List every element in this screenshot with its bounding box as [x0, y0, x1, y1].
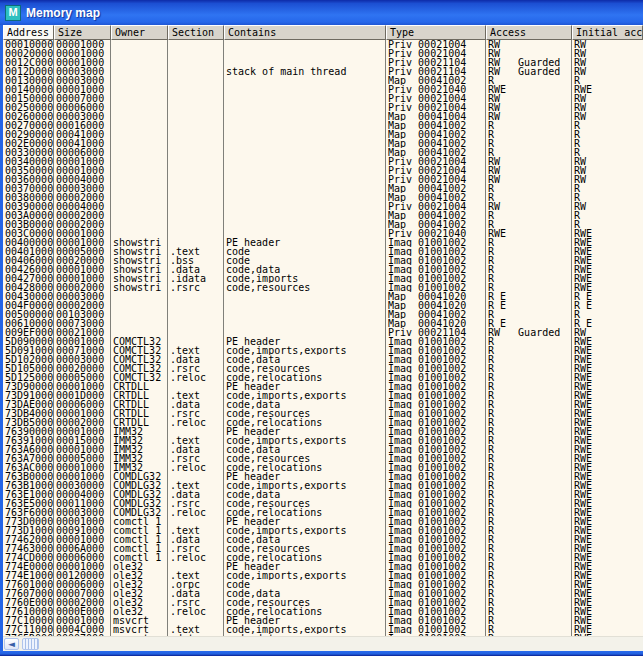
table-row[interactable]: 0042700000001000showstri.idatacode,impor…	[3, 274, 643, 283]
table-row[interactable]: 763F600000003000COMDLG32.reloccode,reloc…	[3, 508, 643, 517]
title-bar[interactable]: M Memory map	[0, 0, 643, 25]
table-row[interactable]: 003C000000001000Priv 00021040RWERWE	[3, 229, 643, 238]
table-row[interactable]: 0026000000003000Map 00041004RWRW	[3, 112, 643, 121]
cell-section: .text	[168, 436, 224, 445]
cell-initial-access: RWE	[572, 247, 643, 256]
table-row[interactable]: 773D100000091000comctl_1.textcode,import…	[3, 526, 643, 535]
column-header-initial-access[interactable]: Initial acc	[572, 25, 643, 40]
cell-initial-access: RW	[572, 166, 643, 175]
cell-initial-access: RW	[572, 58, 643, 67]
table-row[interactable]: 0040600000020000showstri.bsscodeImag 010…	[3, 256, 643, 265]
cell-initial-access: R	[572, 130, 643, 139]
table-row[interactable]: 0061000000073000Map 00041020R ER E	[3, 319, 643, 328]
scrollbar-thumb[interactable]	[22, 638, 39, 650]
cell-section	[168, 220, 224, 229]
table-row[interactable]: 7639100000015000IMM32.textcode,imports,e…	[3, 436, 643, 445]
table-row[interactable]: 0013000000003000Map 00041002RR	[3, 76, 643, 85]
column-header-owner[interactable]: Owner	[111, 25, 168, 40]
table-row[interactable]: 0035000000001000Priv 00021004RWRW	[3, 166, 643, 175]
table-row[interactable]: 0033000000006000Map 00041002RR	[3, 148, 643, 157]
table-row[interactable]: 7760700000007000ole32.datacode,dataImag …	[3, 589, 643, 598]
table-row[interactable]: 7760100000006000ole32.orpccodeImag 01001…	[3, 580, 643, 589]
cell-access: R	[486, 409, 572, 418]
table-row[interactable]: 0039000000004000Priv 00021004RWRW	[3, 202, 643, 211]
table-row[interactable]: 0012D00000003000stack of main threadPriv…	[3, 67, 643, 76]
table-row[interactable]: 7760E00000002000ole32.rsrccode,resources…	[3, 598, 643, 607]
table-row[interactable]: 0034000000001000Priv 00021004RWRW	[3, 157, 643, 166]
table-row[interactable]: 5D09100000071000COMCTL32.textcode,import…	[3, 346, 643, 355]
table-row[interactable]: 77C110000004C000msvcrt.textcode,imports,…	[3, 625, 643, 634]
table-row[interactable]: 0014000000001000Priv 00021040RWERWE	[3, 85, 643, 94]
table-row[interactable]: 0027000000016000Map 00041002RR	[3, 121, 643, 130]
cell-owner: showstri	[111, 283, 168, 292]
table-row[interactable]: 5D09000000001000COMCTL32PE headerImag 01…	[3, 337, 643, 346]
table-row[interactable]: 0029000000041000Map 00041002RR	[3, 130, 643, 139]
table-row[interactable]: 763B100000030000COMDLG32.textcode,import…	[3, 481, 643, 490]
table-row[interactable]: 73DB400000001000CRTDLL.rsrccode,resource…	[3, 409, 643, 418]
table-row[interactable]: 0042800000002000showstri.rsrccode,resour…	[3, 283, 643, 292]
cell-address: 763B0000	[3, 472, 54, 481]
table-row[interactable]: 004F000000002000Map 00041020R ER E	[3, 301, 643, 310]
table-row[interactable]: 763B000000001000COMDLG32PE headerImag 01…	[3, 472, 643, 481]
table-row[interactable]: 774E000000001000ole32PE headerImag 01001…	[3, 562, 643, 571]
cell-contains	[224, 211, 386, 220]
table-row[interactable]: 763E500000011000COMDLG32.rsrccode,resour…	[3, 499, 643, 508]
column-header-access[interactable]: Access	[486, 25, 572, 40]
cell-type: Imag 01001002	[386, 598, 486, 607]
table-row[interactable]: 73DAE00000006000CRTDLL.datacode,dataImag…	[3, 400, 643, 409]
cell-access: RW Guarded	[486, 67, 572, 76]
cell-owner: ole32	[111, 580, 168, 589]
table-row[interactable]: 009EF00000021000Priv 00021104RW GuardedR…	[3, 328, 643, 337]
cell-contains: PE header	[224, 517, 386, 526]
table-row[interactable]: 0012C00000001000Priv 00021104RW GuardedR…	[3, 58, 643, 67]
scroll-left-button[interactable]: ◄	[4, 638, 19, 650]
table-row[interactable]: 002E000000041000Map 00041002RR	[3, 139, 643, 148]
cell-contains: code,imports,exports	[224, 625, 386, 634]
table-row[interactable]: 7639000000001000IMM32PE headerImag 01001…	[3, 427, 643, 436]
table-row[interactable]: 0038000000002000Map 00041002RR	[3, 193, 643, 202]
window-icon[interactable]: M	[5, 5, 21, 21]
table-row[interactable]: 0036000000004000Priv 00021004RWRW	[3, 175, 643, 184]
table-row[interactable]: 003B000000002000Map 00041002RR	[3, 220, 643, 229]
cell-type: Imag 01001002	[386, 490, 486, 499]
table-row[interactable]: 73D9000000001000CRTDLLPE headerImag 0100…	[3, 382, 643, 391]
table-row[interactable]: 774CD00000006000comctl_1.reloccode,reloc…	[3, 553, 643, 562]
table-row[interactable]: 7746200000001000comctl_1.datacode,dataIm…	[3, 535, 643, 544]
table-row[interactable]: 773D000000001000comctl_1PE headerImag 01…	[3, 517, 643, 526]
cell-section	[168, 49, 224, 58]
cell-type: Imag 01001002	[386, 535, 486, 544]
table-row[interactable]: 77C1000000001000msvcrtPE headerImag 0100…	[3, 616, 643, 625]
cell-type: Imag 01001002	[386, 499, 486, 508]
table-row[interactable]: 0042600000001000showstri.datacode,dataIm…	[3, 265, 643, 274]
horizontal-scrollbar[interactable]: ◄	[3, 636, 643, 651]
column-header-contains[interactable]: Contains	[224, 25, 386, 40]
table-row[interactable]: 0043000000003000Map 00041020R ER E	[3, 292, 643, 301]
table-row[interactable]: 5D10500000020000COMCTL32.rsrccode,resour…	[3, 364, 643, 373]
table-row[interactable]: 763A700000005000IMM32.rsrccode,resources…	[3, 454, 643, 463]
table-row[interactable]: 5D10200000003000COMCTL32.datacode,dataIm…	[3, 355, 643, 364]
cell-address: 73D91000	[3, 391, 54, 400]
table-row[interactable]: 5D12500000005000COMCTL32.reloccode,reloc…	[3, 373, 643, 382]
column-header-size[interactable]: Size	[54, 25, 111, 40]
table-row[interactable]: 0050000000103000Map 00041002RR	[3, 310, 643, 319]
table-row[interactable]: 763A600000001000IMM32.datacode,dataImag …	[3, 445, 643, 454]
column-header-section[interactable]: Section	[168, 25, 224, 40]
table-row[interactable]: 0001000000001000Priv 00021004RWRW	[3, 40, 643, 49]
table-row[interactable]: 774E100000120000ole32.textcode,imports,e…	[3, 571, 643, 580]
table-row[interactable]: 763AC00000001000IMM32.reloccode,relocati…	[3, 463, 643, 472]
table-row[interactable]: 0015000000007000Priv 00021004RWRW	[3, 94, 643, 103]
table-row[interactable]: 763E100000004000COMDLG32.datacode,dataIm…	[3, 490, 643, 499]
column-header-address[interactable]: Address	[3, 25, 54, 40]
table-row[interactable]: 0040000000001000showstriPE headerImag 01…	[3, 238, 643, 247]
table-row[interactable]: 003A000000002000Map 00041002RR	[3, 211, 643, 220]
table-row[interactable]: 0040100000005000showstri.textcodeImag 01…	[3, 247, 643, 256]
column-header-type[interactable]: Type	[386, 25, 486, 40]
table-row[interactable]: 0037000000003000Map 00041002RR	[3, 184, 643, 193]
table-row[interactable]: 73DB500000002000CRTDLL.reloccode,relocat…	[3, 418, 643, 427]
table-row[interactable]: 73D910000001D000CRTDLL.textcode,imports,…	[3, 391, 643, 400]
table-row[interactable]: 0025000000006000Priv 00021004RWRW	[3, 103, 643, 112]
cell-size: 00001000	[54, 517, 111, 526]
table-row[interactable]: 776100000000E000ole32.reloccode,relocati…	[3, 607, 643, 616]
table-row[interactable]: 774630000006A000comctl_1.rsrccode,resour…	[3, 544, 643, 553]
table-row[interactable]: 0002000000001000Priv 00021004RWRW	[3, 49, 643, 58]
